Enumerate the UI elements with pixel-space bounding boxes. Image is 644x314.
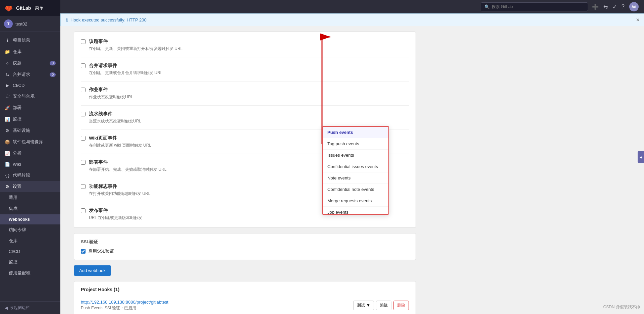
release-event-checkbox[interactable] — [81, 208, 86, 213]
dropdown-item-note-events[interactable]: Note events — [323, 172, 388, 184]
settings-icon: ⚙ — [5, 184, 10, 189]
add-webhook-button[interactable]: Add webhook — [74, 265, 111, 276]
edit-button[interactable]: 编辑 — [376, 301, 391, 310]
ssl-row: 启用SSL验证 — [81, 248, 409, 254]
job-event-label: 作业事件 — [89, 87, 108, 93]
alert-close-button[interactable]: × — [636, 16, 640, 23]
sidebar-item-monitor-settings[interactable]: 监控 — [0, 257, 60, 268]
sidebar-item-access-tokens[interactable]: 访问令牌 — [0, 224, 60, 235]
merge-requests-event-desc: 在创建、更新或合并合并请求时触发 URL — [89, 70, 409, 76]
job-event-checkbox[interactable] — [81, 88, 86, 92]
sidebar-item-analytics[interactable]: 📈 分析 — [0, 148, 60, 159]
hook-meta: Push Events SSL验证：已启用 — [81, 305, 168, 311]
create-icon[interactable]: ➕ — [592, 4, 599, 10]
sidebar-item-deploy[interactable]: 🚀 部署 — [0, 102, 60, 113]
sidebar-item-label: 仓库 — [13, 49, 21, 55]
user-avatar: T — [4, 19, 13, 28]
deploy-icon: 🚀 — [5, 105, 10, 110]
sidebar-item-label: Wiki — [13, 162, 21, 167]
sidebar-item-cicd[interactable]: ▶ CI/CD — [0, 80, 60, 91]
cicd-icon: ▶ — [5, 83, 10, 88]
sidebar-item-snippets[interactable]: { } 代码片段 — [0, 169, 60, 181]
dropdown-item-confidential-issues[interactable]: Confidential issues events — [323, 161, 388, 172]
sidebar-item-repo[interactable]: 📁 仓库 — [0, 46, 60, 57]
sidebar-item-label: 软件包与镜像库 — [13, 139, 43, 145]
issues-badge: 0 — [50, 61, 56, 65]
merge-requests-event-checkbox[interactable] — [81, 63, 86, 68]
wiki-event-checkbox[interactable] — [81, 136, 86, 141]
dropdown-item-confidential-note[interactable]: Confidential note events — [323, 184, 388, 195]
security-icon: 🛡 — [5, 94, 10, 99]
event-row-job: 作业事件 作业状态改变时触发URL — [81, 87, 409, 106]
ssl-label: 启用SSL验证 — [88, 248, 114, 254]
sidebar-user[interactable]: T test02 — [0, 16, 60, 32]
sidebar-item-infra[interactable]: ⚙ 基础设施 — [0, 125, 60, 136]
analytics-icon: 📈 — [5, 151, 10, 156]
ssl-checkbox[interactable] — [81, 249, 86, 254]
sidebar-item-packages[interactable]: 📦 软件包与镜像库 — [0, 136, 60, 148]
sidebar-item-security[interactable]: 🛡 安全与合规 — [0, 91, 60, 102]
alert-info-icon: ℹ — [66, 17, 68, 22]
menu-label: 菜单 — [35, 5, 44, 11]
sidebar-header: GitLab 菜单 — [0, 0, 60, 16]
test-button[interactable]: 测试 ▼ — [353, 301, 374, 310]
sidebar-item-label: CI/CD — [9, 249, 20, 254]
sidebar-item-label: 监控 — [9, 259, 17, 265]
sidebar-item-webhooks[interactable]: Webhooks — [0, 214, 60, 224]
sidebar-item-project-info[interactable]: ℹ 项目信息 — [0, 35, 60, 46]
deploy-event-label: 部署事件 — [89, 159, 108, 165]
sidebar-item-label: 分析 — [13, 150, 21, 156]
sidebar-item-label: 代码片段 — [13, 172, 30, 178]
pipeline-event-label: 流水线事件 — [89, 111, 112, 117]
dropdown-item-job-events[interactable]: Job events — [323, 207, 388, 214]
deploy-event-checkbox[interactable] — [81, 160, 86, 165]
username-label: test02 — [15, 21, 27, 27]
feature-flag-event-checkbox[interactable] — [81, 184, 86, 189]
sidebar-collapse-button[interactable]: ◀ 收起侧边栏 — [0, 301, 60, 314]
dropdown-container: Push events Tag push events Issues event… — [322, 126, 389, 215]
hook-row: http://192.168.189.138:8080/project/gitl… — [81, 296, 409, 314]
project-hooks-section: Project Hooks (1) http://192.168.189.138… — [74, 281, 416, 314]
sidebar-item-label: CI/CD — [13, 83, 24, 88]
dropdown-item-push-events[interactable]: Push events — [323, 127, 388, 138]
merge-request-icon[interactable]: ⇆ — [603, 4, 608, 10]
top-navigation: 🔍 搜索 GitLab ➕ ⇆ ✓ ? Ad — [60, 0, 644, 13]
hook-url: http://192.168.189.138:8080/project/gitl… — [81, 300, 168, 305]
project-hooks-title: Project Hooks (1) — [81, 287, 409, 292]
issues-icon: ○ — [5, 61, 10, 66]
sidebar-item-wiki[interactable]: 📄 Wiki — [0, 159, 60, 169]
todo-icon[interactable]: ✓ — [612, 4, 617, 10]
sidebar-item-general[interactable]: 通用 — [0, 192, 60, 203]
topnav-user-avatar[interactable]: Ad — [629, 2, 639, 11]
sidebar-item-integrations[interactable]: 集成 — [0, 203, 60, 214]
sidebar-item-settings[interactable]: ⚙ 设置 — [0, 181, 60, 192]
right-edge-button[interactable]: ◀ — [638, 151, 644, 163]
delete-button[interactable]: 删除 — [393, 301, 409, 310]
hook-info: http://192.168.189.138:8080/project/gitl… — [81, 300, 168, 311]
dropdown-item-issues[interactable]: Issues events — [323, 150, 388, 161]
sidebar-item-issues[interactable]: ○ 议题 0 — [0, 57, 60, 69]
sidebar-item-cicd-settings[interactable]: CI/CD — [0, 247, 60, 257]
dropdown-item-label: Issues events — [327, 153, 354, 158]
issues-event-checkbox[interactable] — [81, 39, 86, 44]
sidebar-item-merge-requests[interactable]: ⇆ 合并请求 0 — [0, 69, 60, 80]
help-icon[interactable]: ? — [622, 4, 625, 10]
snippets-icon: { } — [5, 173, 10, 178]
sidebar-item-repo-settings[interactable]: 仓库 — [0, 235, 60, 247]
sidebar-item-label: 设置 — [13, 184, 21, 190]
sidebar-item-usage-quota[interactable]: 使用量配额 — [0, 268, 60, 279]
sidebar-item-monitor[interactable]: 📊 监控 — [0, 113, 60, 125]
wiki-event-label: Wiki页面事件 — [89, 135, 117, 141]
hook-actions: 测试 ▼ 编辑 删除 — [353, 301, 409, 310]
search-bar[interactable]: 🔍 搜索 GitLab — [481, 2, 588, 11]
dropdown-item-merge-requests[interactable]: Merge requests events — [323, 195, 388, 207]
sidebar-item-label: 使用量配额 — [9, 270, 31, 276]
pipeline-event-desc: 当流水线状态改变时触发URL — [89, 118, 409, 124]
test-dropdown-icon: ▼ — [366, 303, 370, 308]
pipeline-event-checkbox[interactable] — [81, 112, 86, 116]
dropdown-item-tag-push[interactable]: Tag push events — [323, 138, 388, 150]
sidebar-item-label: 监控 — [13, 116, 21, 122]
dropdown-item-label: Job events — [327, 210, 348, 214]
merge-icon: ⇆ — [5, 72, 10, 77]
ssl-title: SSL验证 — [81, 239, 409, 245]
